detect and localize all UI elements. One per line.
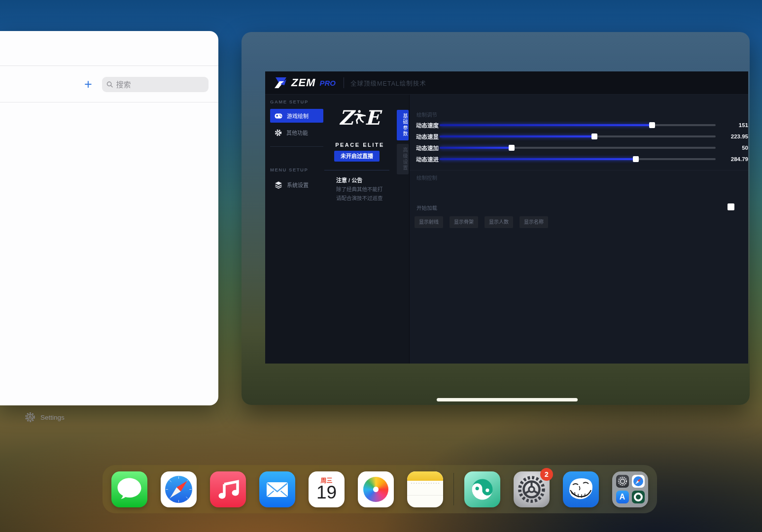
notes-app-icon[interactable] [407, 471, 443, 507]
soldier-icon [353, 109, 366, 126]
music-note-icon [210, 471, 246, 507]
section-draw-title: 绘制调节 [416, 111, 437, 118]
notes-dots [411, 483, 439, 484]
mini-settings-icon [616, 475, 629, 488]
add-button[interactable]: + [81, 76, 96, 92]
search-field[interactable] [102, 77, 208, 92]
game-logo-left: Z [339, 106, 354, 129]
slider-label: 动态速加 [416, 144, 439, 152]
mini-safari-icon [632, 475, 645, 488]
game-logo: ZE [323, 106, 396, 129]
app-header: ZEM PRO 全球顶级METAL绘制技术 [265, 71, 748, 95]
start-load-checkbox[interactable] [727, 203, 734, 210]
slider-thumb[interactable] [591, 133, 597, 139]
search-icon [106, 81, 113, 88]
calendar-app-icon[interactable]: 周三 19 [309, 471, 345, 507]
mini-appstore-icon: A [616, 491, 629, 503]
game-setup-label: GAME SETUP [270, 99, 309, 104]
slider-track[interactable] [440, 124, 716, 126]
feature-button[interactable]: 显示人数 [485, 216, 513, 228]
flower-icon [363, 477, 388, 502]
start-load-label: 开始加载 [416, 204, 437, 211]
slider-row: 动态速加50 [410, 142, 748, 153]
slider-label: 动态速进 [416, 155, 439, 163]
ipad-app-window: ZEM PRO 全球顶级METAL绘制技术 GAME SETUP 游戏绘制 [242, 32, 750, 405]
slider-thumb[interactable] [633, 156, 639, 162]
slider-value: 151 [718, 122, 748, 128]
brand-name: ZEM [291, 76, 315, 89]
slider-value: 50 [718, 145, 748, 151]
section-divider [410, 170, 748, 170]
nav-item-label: 其他功能 [286, 129, 308, 136]
tab-basic-params[interactable]: 基础参数 [397, 110, 409, 140]
slider-list: 动态速度151动态速显223.95动态速加50动态速进284.79 [410, 119, 748, 165]
envelope-icon [259, 471, 295, 507]
gear-icon [25, 412, 35, 423]
slider-label: 动态速显 [416, 133, 439, 140]
notice-line: 请配合演技不过巡查 [336, 194, 383, 201]
layers-icon [275, 181, 282, 189]
brand-tagline: 全球顶级METAL绘制技术 [350, 78, 426, 88]
slider-value: 223.95 [718, 133, 748, 139]
troll-face-icon [563, 471, 599, 507]
panel-divider [0, 102, 218, 102]
gamepad-icon [275, 113, 282, 119]
mail-app-icon[interactable] [259, 471, 295, 507]
zem-logo-icon [274, 76, 288, 89]
music-app-icon[interactable] [210, 471, 246, 507]
gear-icon [275, 129, 282, 136]
brand-badge: PRO [319, 79, 336, 87]
notice-title: 注意 / 公告 [336, 176, 362, 184]
photos-app-icon[interactable] [358, 471, 394, 507]
slider-thumb[interactable] [649, 122, 655, 128]
yin-yang-icon [464, 471, 500, 507]
slider-track[interactable] [440, 147, 716, 149]
feature-button[interactable]: 显示名称 [520, 216, 548, 228]
dock: 周三 19 [103, 465, 657, 513]
safari-app-icon[interactable] [161, 471, 197, 507]
nav-item-game-draw[interactable]: 游戏绘制 [270, 109, 323, 123]
notes-line [407, 495, 443, 496]
brand: ZEM PRO [274, 76, 336, 89]
taiji-app-icon[interactable] [464, 471, 500, 507]
settings-link[interactable]: Settings [25, 412, 65, 423]
split-view-white-panel: + Settings [0, 31, 218, 405]
menu-setup-label: MENU SETUP [270, 167, 308, 172]
nav-item-label: 游戏绘制 [287, 112, 309, 120]
nav-item-other-features[interactable]: 其他功能 [270, 126, 323, 139]
notes-band [407, 471, 443, 481]
slider-row: 动态速度151 [410, 119, 748, 131]
panel-divider [0, 66, 218, 66]
slider-thumb[interactable] [509, 145, 515, 151]
speech-bubble-icon [111, 471, 147, 507]
tab-advanced-settings[interactable]: 高级设置 [397, 144, 409, 174]
dock-separator [453, 473, 454, 505]
troll-face-app-icon[interactable] [563, 471, 599, 507]
header-divider [344, 77, 344, 88]
slider-value: 284.79 [718, 156, 748, 162]
nav-item-label: 系统设置 [287, 181, 309, 189]
feature-button[interactable]: 显示骨架 [450, 216, 478, 228]
slider-label: 动态速度 [416, 121, 439, 129]
game-title: PEACE ELITE [323, 142, 396, 148]
app-folder-icon[interactable]: A [612, 471, 648, 507]
feature-button[interactable]: 显示射线 [415, 216, 443, 228]
nav-item-system-settings[interactable]: 系统设置 [270, 178, 323, 192]
home-indicator[interactable] [437, 398, 578, 401]
section-control-title: 绘制控制 [416, 174, 437, 181]
mini-ring-icon [632, 491, 645, 503]
slider-row: 动态速显223.95 [410, 131, 748, 142]
slider-track[interactable] [440, 158, 716, 160]
messages-app-icon[interactable] [111, 471, 147, 507]
live-status-button[interactable]: 未开启过直播 [334, 151, 380, 162]
search-input[interactable] [116, 80, 204, 89]
compass-icon [161, 471, 197, 507]
game-logo-right: E [365, 106, 381, 129]
sidebar-divider [270, 146, 323, 147]
settings-app-icon[interactable]: 2 [514, 471, 550, 507]
slider-track[interactable] [440, 135, 716, 137]
settings-label: Settings [40, 414, 65, 421]
notice-divider [324, 170, 389, 170]
zem-app: ZEM PRO 全球顶级METAL绘制技术 GAME SETUP 游戏绘制 [265, 71, 748, 364]
settings-panel: 绘制调节 动态速度151动态速显223.95动态速加50动态速进284.79 绘… [409, 95, 748, 364]
